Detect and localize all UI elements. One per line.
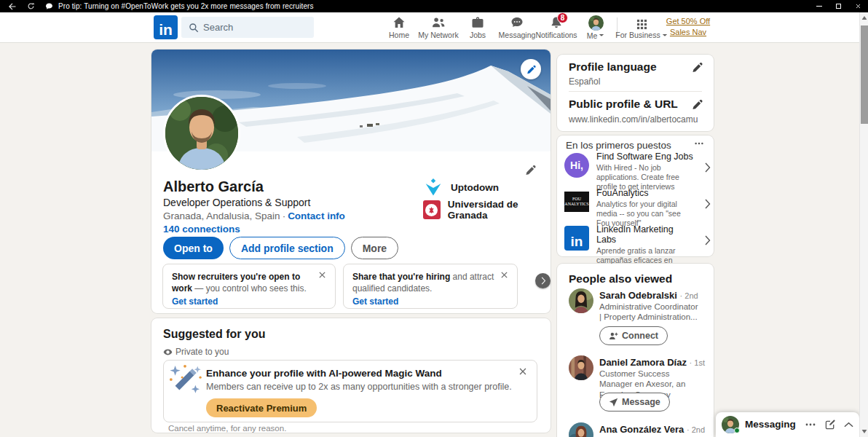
get-started-link[interactable]: Get started — [172, 296, 218, 307]
page-scrollbar[interactable] — [859, 12, 868, 437]
person-name[interactable]: Daniel Zamora Díaz · 1st — [599, 357, 707, 368]
send-icon — [609, 398, 618, 407]
edit-language-icon[interactable] — [692, 62, 703, 74]
my-network-icon — [431, 15, 446, 30]
promo-subtitle: Members can receive up to 2x as many opp… — [206, 382, 512, 392]
dismiss-prompt-icon[interactable] — [500, 270, 511, 282]
nav-for-business[interactable]: For Business — [619, 12, 664, 42]
scroll-down-arrow[interactable] — [861, 428, 867, 434]
notification-badge: 8 — [557, 12, 568, 23]
contact-info-link[interactable]: Contact info — [288, 210, 345, 221]
jobs-icon — [470, 15, 485, 30]
ugr-logo-icon — [423, 200, 441, 219]
nav-messaging[interactable]: Messaging — [497, 12, 537, 42]
reactivate-premium-button[interactable]: Reactivate Premium — [206, 398, 317, 417]
avatar[interactable] — [569, 288, 593, 313]
scrollbar-thumb[interactable] — [861, 25, 868, 124]
edit-cover-button[interactable] — [521, 59, 541, 79]
dismiss-prompt-icon[interactable] — [317, 270, 329, 282]
add-profile-section-button[interactable]: Add profile section — [229, 237, 345, 259]
public-profile-url: www.linkedin.com/in/albertocamu — [569, 114, 698, 125]
connections-link[interactable]: 140 connections — [163, 224, 240, 235]
me-avatar — [588, 15, 604, 31]
profile-location: Granada, Andalusia, Spain — [163, 210, 280, 221]
person-sarah: Sarah Odebralski · 2nd Administrative Co… — [557, 288, 714, 355]
more-button[interactable]: More — [351, 237, 398, 259]
profile-headline: Developer Operations & Support — [163, 197, 310, 208]
nav-home[interactable]: Home — [379, 12, 419, 42]
back-icon[interactable] — [7, 1, 18, 12]
person-name[interactable]: Sarah Odebralski · 2nd — [599, 290, 707, 301]
privacy-label: Private to you — [175, 347, 229, 357]
messaging-label: Messaging — [745, 419, 796, 430]
people-also-viewed-card: People also viewed Sarah Odebralski · 2n… — [557, 264, 714, 437]
nav-jobs-label: Jobs — [470, 31, 486, 39]
ad-linkedin-marketing-labs[interactable]: in LinkedIn Marketing Labs Aprende grati… — [557, 224, 714, 259]
scroll-up-arrow[interactable] — [861, 15, 867, 21]
connection-degree: · 2nd — [687, 425, 705, 434]
edit-public-url-icon[interactable] — [692, 99, 703, 111]
promo-title: Enhance your profile with AI-powered Mag… — [206, 368, 442, 379]
next-prompts-button[interactable] — [535, 273, 551, 288]
suggested-for-you-card: Suggested for you Private to you Enhance… — [151, 318, 551, 433]
get-started-link[interactable]: Get started — [352, 296, 398, 307]
linkedin-logo[interactable]: in — [154, 15, 178, 39]
profile-photo[interactable] — [163, 95, 240, 172]
company-universidad-de-granada[interactable]: Universidad de Granada — [423, 200, 551, 219]
reload-icon[interactable] — [25, 1, 36, 12]
connect-button[interactable]: Connect — [599, 326, 668, 345]
person-name[interactable]: Ana González Vera · 2nd — [599, 424, 707, 435]
nav-me[interactable]: Me — [576, 12, 615, 42]
open-to-work-prompt: Show recruiters you're open to work — yo… — [162, 264, 336, 309]
for-business-label: For Business — [615, 31, 667, 39]
ad-title: LinkedIn Marketing Labs — [596, 224, 694, 245]
home-icon — [392, 15, 406, 30]
ad-fouanalytics[interactable]: FOU ANALYTICS FouAnalytics Analytics for… — [557, 188, 714, 223]
ads-menu-icon[interactable] — [693, 138, 706, 149]
messaging-menu-icon[interactable] — [805, 419, 816, 430]
minimize-button[interactable] — [809, 0, 829, 12]
linkedin-navbar: in Home My Network Jobs Messaging — [0, 12, 859, 42]
profile-name[interactable]: Alberto García — [163, 178, 264, 195]
window-controls — [809, 0, 868, 12]
nav-messaging-label: Messaging — [499, 31, 536, 39]
eye-icon — [163, 347, 173, 357]
close-button[interactable] — [848, 0, 868, 12]
nav-items: Home My Network Jobs Messaging 8 Notific… — [379, 12, 615, 42]
chevron-right-icon — [705, 162, 711, 173]
promoted-ads-card: En los primeros puestos Hi, Find Softwar… — [557, 135, 714, 256]
ad-hired[interactable]: Hi, Find Software Eng Jobs With Hired - … — [557, 151, 714, 186]
profile-actions: Open to Add profile section More — [163, 237, 398, 259]
sales-nav-promo-link[interactable]: Get 50% Off Sales Nav — [661, 16, 715, 38]
promo-footnote: Cancel anytime, for any reason. — [168, 424, 286, 433]
company-name: Universidad de Granada — [448, 199, 551, 221]
avatar[interactable] — [569, 355, 593, 380]
expand-messaging-icon[interactable] — [844, 419, 856, 430]
nav-notifications-label: Notifications — [535, 31, 577, 39]
nav-my-network[interactable]: My Network — [419, 12, 458, 42]
dismiss-promo-icon[interactable] — [518, 366, 529, 378]
ad-title: Find Software Eng Jobs — [596, 151, 694, 162]
messaging-dock[interactable]: Messaging — [716, 412, 859, 437]
grid-icon — [636, 15, 647, 30]
ads-title: En los primeros puestos — [566, 140, 671, 151]
edit-intro-button[interactable] — [521, 161, 539, 178]
open-to-button[interactable]: Open to — [163, 237, 224, 259]
search-input[interactable] — [203, 22, 298, 33]
person-daniel: Daniel Zamora Díaz · 1st Customer Succes… — [557, 355, 714, 422]
nav-home-label: Home — [389, 31, 409, 39]
nav-notifications[interactable]: 8 Notifications — [537, 12, 576, 42]
maximize-button[interactable] — [829, 0, 848, 12]
chat-bubble-icon — [45, 2, 53, 10]
connection-degree: · 2nd — [680, 291, 698, 300]
company-uptodown[interactable]: Uptodown — [423, 178, 551, 197]
avatar[interactable] — [569, 422, 593, 437]
nav-jobs[interactable]: Jobs — [458, 12, 497, 42]
message-button[interactable]: Message — [599, 393, 670, 412]
chevron-down-icon — [599, 34, 604, 37]
connect-icon — [609, 331, 618, 341]
uptodown-logo-icon — [423, 177, 443, 197]
public-profile-title: Public profile & URL — [569, 98, 678, 111]
compose-message-icon[interactable] — [825, 419, 837, 430]
messaging-icon — [510, 15, 524, 30]
